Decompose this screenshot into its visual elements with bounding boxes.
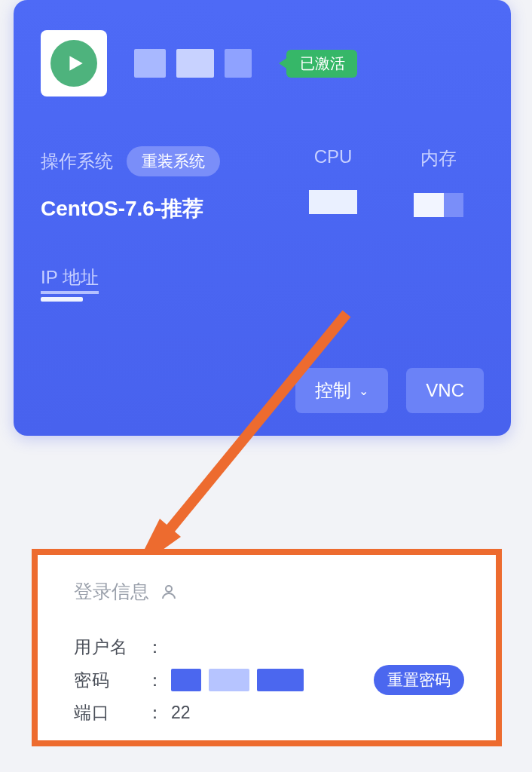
username-row: 用户名 ： [74, 636, 464, 659]
ip-label: IP 地址 [41, 265, 99, 294]
login-info-panel: 登录信息 用户名 ： 密码 ： 重置密码 端口 ： 22 [32, 549, 502, 746]
colon: ： [146, 669, 164, 692]
user-icon [160, 583, 178, 601]
login-title: 登录信息 [74, 579, 149, 604]
chevron-down-icon: ⌄ [359, 384, 368, 398]
mem-value-redacted [414, 193, 444, 217]
port-row: 端口 ： 22 [74, 701, 464, 725]
redacted-block [257, 669, 304, 691]
card-header-row: 已激活 [41, 30, 484, 96]
reset-password-button[interactable]: 重置密码 [374, 665, 464, 695]
control-button-label: 控制 [315, 378, 351, 403]
cpu-label: CPU [288, 146, 378, 167]
mem-column: 内存 [393, 146, 484, 223]
reinstall-button[interactable]: 重装系统 [127, 146, 220, 176]
vnc-button-label: VNC [426, 380, 464, 401]
mem-value-redacted [444, 193, 463, 217]
redacted-block [171, 669, 201, 691]
vnc-button[interactable]: VNC [406, 368, 484, 413]
os-value: CentOS-7.6-推荐 [41, 195, 288, 223]
colon: ： [146, 701, 164, 725]
svg-point-2 [166, 586, 172, 592]
server-card: 已激活 操作系统 重装系统 CentOS-7.6-推荐 CPU 内存 IP 地址 [14, 0, 511, 436]
port-value: 22 [171, 703, 191, 723]
card-button-row: 控制 ⌄ VNC [295, 368, 484, 413]
ip-row: IP 地址 [41, 265, 484, 302]
redacted-block [134, 49, 166, 78]
status-badge: 已激活 [286, 50, 357, 78]
cpu-column: CPU [288, 146, 378, 223]
card-mid-row: 操作系统 重装系统 CentOS-7.6-推荐 CPU 内存 [41, 146, 484, 223]
redacted-block [225, 49, 252, 78]
redacted-block [176, 49, 214, 78]
username-label: 用户名 [74, 636, 146, 659]
control-dropdown-button[interactable]: 控制 ⌄ [295, 368, 388, 413]
password-label: 密码 [74, 669, 146, 692]
login-title-row: 登录信息 [74, 579, 464, 604]
os-label: 操作系统 [41, 149, 113, 173]
cpu-value-redacted [309, 190, 357, 214]
os-column: 操作系统 重装系统 CentOS-7.6-推荐 [41, 146, 288, 223]
ip-value-redacted [41, 297, 83, 302]
password-row: 密码 ： 重置密码 [74, 665, 464, 695]
status-tile [41, 30, 107, 96]
mem-label: 内存 [393, 146, 484, 170]
port-label: 端口 [74, 701, 146, 725]
redacted-block [209, 669, 249, 691]
play-icon [50, 40, 97, 87]
colon: ： [146, 636, 164, 659]
password-value-redacted [171, 669, 304, 691]
server-name-redacted [134, 49, 252, 78]
